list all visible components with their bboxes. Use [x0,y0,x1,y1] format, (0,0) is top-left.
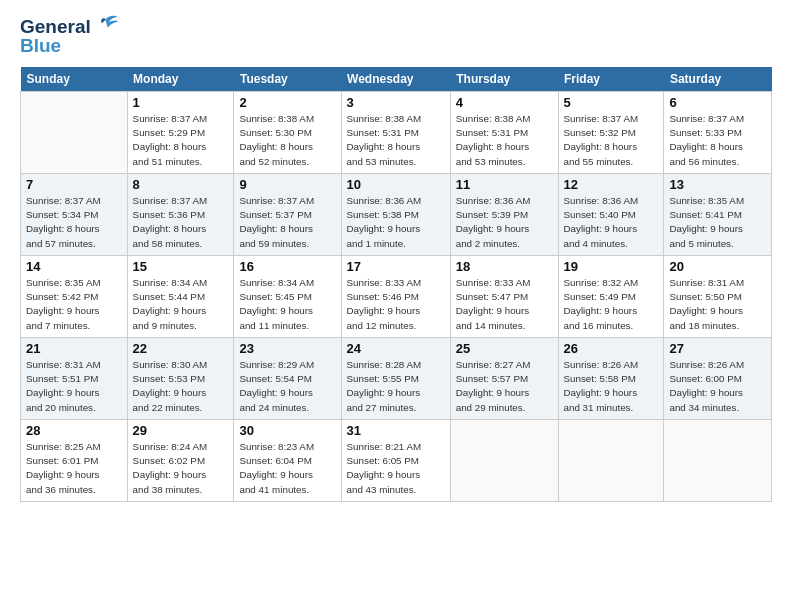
calendar-cell: 18Sunrise: 8:33 AM Sunset: 5:47 PM Dayli… [450,255,558,337]
day-info: Sunrise: 8:37 AM Sunset: 5:29 PM Dayligh… [133,112,229,169]
header: General Blue [20,16,772,57]
day-info: Sunrise: 8:38 AM Sunset: 5:31 PM Dayligh… [347,112,445,169]
day-number: 12 [564,177,659,192]
calendar-cell: 25Sunrise: 8:27 AM Sunset: 5:57 PM Dayli… [450,337,558,419]
calendar-cell: 22Sunrise: 8:30 AM Sunset: 5:53 PM Dayli… [127,337,234,419]
calendar-cell [664,419,772,501]
day-info: Sunrise: 8:37 AM Sunset: 5:34 PM Dayligh… [26,194,122,251]
calendar-cell [450,419,558,501]
calendar-cell: 10Sunrise: 8:36 AM Sunset: 5:38 PM Dayli… [341,173,450,255]
day-number: 7 [26,177,122,192]
calendar-cell: 9Sunrise: 8:37 AM Sunset: 5:37 PM Daylig… [234,173,341,255]
weekday-header-row: SundayMondayTuesdayWednesdayThursdayFrid… [21,67,772,92]
calendar-cell: 24Sunrise: 8:28 AM Sunset: 5:55 PM Dayli… [341,337,450,419]
calendar-cell [21,91,128,173]
page: General Blue SundayMondayTuesdayWednesda… [0,0,792,612]
day-info: Sunrise: 8:37 AM Sunset: 5:36 PM Dayligh… [133,194,229,251]
day-number: 17 [347,259,445,274]
day-info: Sunrise: 8:26 AM Sunset: 5:58 PM Dayligh… [564,358,659,415]
day-number: 3 [347,95,445,110]
calendar-cell: 17Sunrise: 8:33 AM Sunset: 5:46 PM Dayli… [341,255,450,337]
day-info: Sunrise: 8:36 AM Sunset: 5:39 PM Dayligh… [456,194,553,251]
calendar-cell: 14Sunrise: 8:35 AM Sunset: 5:42 PM Dayli… [21,255,128,337]
calendar-cell: 3Sunrise: 8:38 AM Sunset: 5:31 PM Daylig… [341,91,450,173]
calendar-cell: 4Sunrise: 8:38 AM Sunset: 5:31 PM Daylig… [450,91,558,173]
day-number: 8 [133,177,229,192]
calendar-cell: 11Sunrise: 8:36 AM Sunset: 5:39 PM Dayli… [450,173,558,255]
weekday-header-wednesday: Wednesday [341,67,450,92]
day-number: 21 [26,341,122,356]
calendar-cell: 15Sunrise: 8:34 AM Sunset: 5:44 PM Dayli… [127,255,234,337]
week-row-5: 28Sunrise: 8:25 AM Sunset: 6:01 PM Dayli… [21,419,772,501]
calendar-cell: 26Sunrise: 8:26 AM Sunset: 5:58 PM Dayli… [558,337,664,419]
day-number: 16 [239,259,335,274]
day-info: Sunrise: 8:31 AM Sunset: 5:50 PM Dayligh… [669,276,766,333]
day-info: Sunrise: 8:25 AM Sunset: 6:01 PM Dayligh… [26,440,122,497]
day-info: Sunrise: 8:32 AM Sunset: 5:49 PM Dayligh… [564,276,659,333]
day-number: 9 [239,177,335,192]
calendar-cell [558,419,664,501]
day-info: Sunrise: 8:21 AM Sunset: 6:05 PM Dayligh… [347,440,445,497]
day-info: Sunrise: 8:37 AM Sunset: 5:37 PM Dayligh… [239,194,335,251]
day-number: 15 [133,259,229,274]
calendar-cell: 28Sunrise: 8:25 AM Sunset: 6:01 PM Dayli… [21,419,128,501]
calendar-cell: 27Sunrise: 8:26 AM Sunset: 6:00 PM Dayli… [664,337,772,419]
calendar-cell: 13Sunrise: 8:35 AM Sunset: 5:41 PM Dayli… [664,173,772,255]
day-number: 20 [669,259,766,274]
weekday-header-monday: Monday [127,67,234,92]
day-number: 19 [564,259,659,274]
day-info: Sunrise: 8:36 AM Sunset: 5:40 PM Dayligh… [564,194,659,251]
day-info: Sunrise: 8:33 AM Sunset: 5:46 PM Dayligh… [347,276,445,333]
weekday-header-thursday: Thursday [450,67,558,92]
day-number: 25 [456,341,553,356]
day-info: Sunrise: 8:37 AM Sunset: 5:32 PM Dayligh… [564,112,659,169]
day-number: 29 [133,423,229,438]
day-info: Sunrise: 8:31 AM Sunset: 5:51 PM Dayligh… [26,358,122,415]
day-number: 28 [26,423,122,438]
calendar-cell: 16Sunrise: 8:34 AM Sunset: 5:45 PM Dayli… [234,255,341,337]
week-row-4: 21Sunrise: 8:31 AM Sunset: 5:51 PM Dayli… [21,337,772,419]
calendar-cell: 20Sunrise: 8:31 AM Sunset: 5:50 PM Dayli… [664,255,772,337]
day-number: 26 [564,341,659,356]
day-info: Sunrise: 8:38 AM Sunset: 5:31 PM Dayligh… [456,112,553,169]
day-number: 23 [239,341,335,356]
day-info: Sunrise: 8:24 AM Sunset: 6:02 PM Dayligh… [133,440,229,497]
day-number: 4 [456,95,553,110]
weekday-header-friday: Friday [558,67,664,92]
weekday-header-tuesday: Tuesday [234,67,341,92]
day-info: Sunrise: 8:35 AM Sunset: 5:41 PM Dayligh… [669,194,766,251]
day-number: 2 [239,95,335,110]
calendar-cell: 8Sunrise: 8:37 AM Sunset: 5:36 PM Daylig… [127,173,234,255]
day-number: 30 [239,423,335,438]
day-info: Sunrise: 8:30 AM Sunset: 5:53 PM Dayligh… [133,358,229,415]
day-number: 31 [347,423,445,438]
calendar-cell: 23Sunrise: 8:29 AM Sunset: 5:54 PM Dayli… [234,337,341,419]
logo: General Blue [20,16,119,57]
day-info: Sunrise: 8:36 AM Sunset: 5:38 PM Dayligh… [347,194,445,251]
calendar-cell: 30Sunrise: 8:23 AM Sunset: 6:04 PM Dayli… [234,419,341,501]
week-row-2: 7Sunrise: 8:37 AM Sunset: 5:34 PM Daylig… [21,173,772,255]
day-info: Sunrise: 8:33 AM Sunset: 5:47 PM Dayligh… [456,276,553,333]
calendar-cell: 1Sunrise: 8:37 AM Sunset: 5:29 PM Daylig… [127,91,234,173]
day-info: Sunrise: 8:28 AM Sunset: 5:55 PM Dayligh… [347,358,445,415]
day-info: Sunrise: 8:23 AM Sunset: 6:04 PM Dayligh… [239,440,335,497]
logo-bird-icon [93,12,119,38]
day-info: Sunrise: 8:35 AM Sunset: 5:42 PM Dayligh… [26,276,122,333]
day-info: Sunrise: 8:26 AM Sunset: 6:00 PM Dayligh… [669,358,766,415]
day-info: Sunrise: 8:34 AM Sunset: 5:45 PM Dayligh… [239,276,335,333]
calendar-cell: 5Sunrise: 8:37 AM Sunset: 5:32 PM Daylig… [558,91,664,173]
day-number: 22 [133,341,229,356]
calendar-cell: 19Sunrise: 8:32 AM Sunset: 5:49 PM Dayli… [558,255,664,337]
logo-blue-text: Blue [20,36,119,57]
day-info: Sunrise: 8:38 AM Sunset: 5:30 PM Dayligh… [239,112,335,169]
day-info: Sunrise: 8:27 AM Sunset: 5:57 PM Dayligh… [456,358,553,415]
weekday-header-saturday: Saturday [664,67,772,92]
day-number: 14 [26,259,122,274]
calendar-cell: 21Sunrise: 8:31 AM Sunset: 5:51 PM Dayli… [21,337,128,419]
day-number: 24 [347,341,445,356]
week-row-3: 14Sunrise: 8:35 AM Sunset: 5:42 PM Dayli… [21,255,772,337]
calendar-cell: 7Sunrise: 8:37 AM Sunset: 5:34 PM Daylig… [21,173,128,255]
calendar-cell: 6Sunrise: 8:37 AM Sunset: 5:33 PM Daylig… [664,91,772,173]
day-number: 18 [456,259,553,274]
day-info: Sunrise: 8:29 AM Sunset: 5:54 PM Dayligh… [239,358,335,415]
